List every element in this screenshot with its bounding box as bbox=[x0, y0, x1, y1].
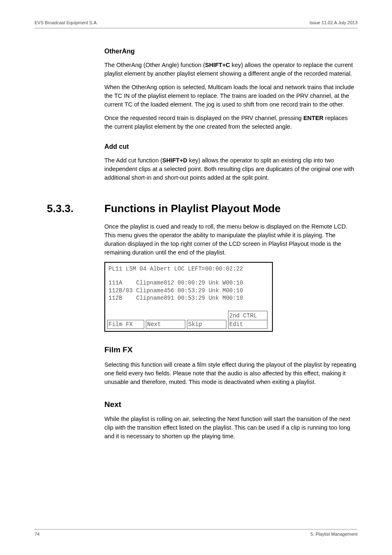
footer-chapter: 5. Playlist Management bbox=[311, 531, 357, 538]
addcut-p1: The Add cut function (SHIFT+D key) allow… bbox=[104, 156, 357, 182]
next-p: While the playlist is rolling on air, se… bbox=[104, 415, 357, 441]
key-shift-c: SHIFT+C bbox=[205, 62, 230, 68]
otherang-p2: When the OtherAng option is selected, Mu… bbox=[104, 83, 357, 109]
filmfx-p: Selecting this function will create a fi… bbox=[104, 361, 357, 386]
key-enter: ENTER bbox=[303, 115, 323, 121]
lcd-softkey-skip: Skip bbox=[187, 320, 226, 329]
section-intro: Once the playlist is cued and ready to r… bbox=[104, 222, 357, 257]
addcut-heading: Add cut bbox=[104, 142, 357, 151]
header-left: EVS Broadcast Equipment S.A. bbox=[35, 20, 98, 26]
section-title: Functions in Playlist Playout Mode bbox=[104, 201, 281, 217]
lcd-softkey-filmfx: Film FX bbox=[107, 320, 144, 329]
next-heading: Next bbox=[104, 399, 357, 410]
lcd-softkey-edit: Edit bbox=[228, 320, 267, 329]
otherang-heading: OtherAng bbox=[104, 46, 357, 56]
header-right: Issue 11.02.A July 2013 bbox=[309, 20, 357, 26]
key-shift-d: SHIFT+D bbox=[162, 157, 187, 164]
section-heading-row: 5.3.3. Functions in Playlist Playout Mod… bbox=[35, 201, 357, 217]
lcd-line-3: 112B Clipname891 00:53:29 Unk M00:10 bbox=[108, 294, 269, 302]
lcd-header-line: PL11 LSM 04 Albert LOC LEFT=00:00:02:22 bbox=[108, 265, 269, 273]
lcd-softkey-row: Film FX Next Skip 2nd CTRL Edit bbox=[107, 320, 270, 329]
lcd-softkey-2nd-ctrl: 2nd CTRL bbox=[228, 311, 267, 320]
lcd-screen: PL11 LSM 04 Albert LOC LEFT=00:00:02:22 … bbox=[104, 262, 273, 332]
lcd-line-2: 112B/03 Clipname456 00:53:29 Unk M00:10 bbox=[108, 287, 269, 294]
section-number: 5.3.3. bbox=[35, 201, 104, 217]
page-number: 74 bbox=[35, 531, 39, 538]
page-header: EVS Broadcast Equipment S.A. Issue 11.02… bbox=[35, 20, 357, 28]
otherang-p3: Once the requested record train is displ… bbox=[104, 114, 357, 131]
lcd-softkey-next: Next bbox=[146, 320, 185, 329]
filmfx-heading: Film FX bbox=[104, 344, 357, 356]
page-footer: 74 5. Playlist Management bbox=[35, 529, 357, 538]
otherang-p1: The OtherAng (Other Angle) function (SHI… bbox=[104, 61, 357, 78]
lcd-line-1: 111A Clipname012 00:00:29 Unk W00:10 bbox=[108, 279, 269, 287]
